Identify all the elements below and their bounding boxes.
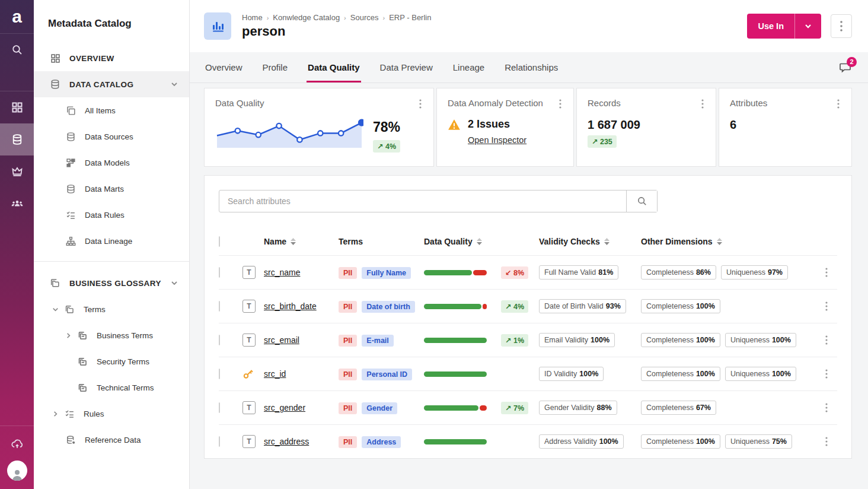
sidebar-item-rules[interactable]: Rules <box>34 401 189 427</box>
breadcrumb-knowledge-catalog[interactable]: Konwledge Catalog <box>273 13 340 22</box>
dimension-chip[interactable]: Uniqueness100% <box>725 367 796 381</box>
search-input[interactable] <box>219 190 626 212</box>
data-catalog-icon[interactable] <box>0 123 34 155</box>
attribute-link[interactable]: src_id <box>264 369 286 379</box>
row-checkbox[interactable] <box>219 402 220 413</box>
row-kebab-icon[interactable] <box>815 437 837 446</box>
pii-badge[interactable]: PII <box>339 267 357 279</box>
attribute-link[interactable]: src_address <box>264 437 309 446</box>
row-kebab-icon[interactable] <box>815 335 837 345</box>
row-kebab-icon[interactable] <box>815 268 837 277</box>
use-in-button[interactable]: Use In <box>747 14 795 39</box>
row-checkbox[interactable] <box>219 301 220 312</box>
pii-badge[interactable]: PII <box>339 436 357 448</box>
pii-badge[interactable]: PII <box>339 335 357 347</box>
column-header-other-dimensions[interactable]: Other Dimensions <box>641 237 815 246</box>
sidebar-item-terms[interactable]: Terms <box>34 296 189 322</box>
validity-check-chip[interactable]: ID Validity100% <box>539 367 604 381</box>
sidebar-item-technical-terms[interactable]: Technical Terms <box>34 374 189 401</box>
row-checkbox[interactable] <box>219 335 220 345</box>
dimension-chip[interactable]: Uniqueness100% <box>725 333 796 347</box>
card-kebab-icon[interactable] <box>836 98 841 110</box>
validity-check-chip[interactable]: Address Validity100% <box>539 434 624 449</box>
row-kebab-icon[interactable] <box>815 403 837 412</box>
term-badge[interactable]: Address <box>362 436 401 448</box>
dimension-chip[interactable]: Completeness67% <box>641 401 716 415</box>
governance-crown-icon[interactable] <box>0 155 34 188</box>
brand-logo[interactable]: a <box>0 0 34 34</box>
column-header-name[interactable]: Name <box>264 237 339 246</box>
card-kebab-icon[interactable] <box>418 98 423 110</box>
term-badge[interactable]: E-mail <box>362 335 394 347</box>
apps-grid-icon[interactable] <box>0 91 34 123</box>
comments-bubble-icon[interactable]: 2 <box>839 62 852 74</box>
attribute-link[interactable]: src_name <box>264 268 300 277</box>
card-kebab-icon[interactable] <box>700 98 705 110</box>
validity-check-chip[interactable]: Email Validity100% <box>539 333 615 347</box>
header-kebab-button[interactable] <box>831 14 852 38</box>
sidebar-item-security-terms[interactable]: Security Terms <box>34 348 189 374</box>
tab-lineage[interactable]: Lineage <box>452 52 486 82</box>
search-icon[interactable] <box>0 34 34 66</box>
open-inspector-link[interactable]: Open Inspector <box>468 135 526 145</box>
column-header-data-quality[interactable]: Data Quality <box>424 237 539 246</box>
column-header-validity-checks[interactable]: Validity Checks <box>539 237 641 246</box>
validity-check-chip[interactable]: Gender Validity88% <box>539 401 617 415</box>
column-header-terms[interactable]: Terms <box>339 237 424 246</box>
attribute-link[interactable]: src_email <box>264 335 299 345</box>
search-button[interactable] <box>626 190 657 212</box>
select-all-checkbox[interactable] <box>219 236 220 247</box>
tab-overview[interactable]: Overview <box>204 52 244 82</box>
validity-check-chip[interactable]: Date of Birth Valid93% <box>539 299 626 313</box>
tab-data-preview[interactable]: Data Preview <box>379 52 434 82</box>
breadcrumb-sources[interactable]: Sources <box>350 13 379 22</box>
tab-profile[interactable]: Profile <box>261 52 289 82</box>
dimension-chip[interactable]: Completeness100% <box>641 333 720 347</box>
validity-check-chip[interactable]: Full Name Valid81% <box>539 265 618 280</box>
sidebar-item-label: Technical Terms <box>97 383 154 392</box>
attribute-link[interactable]: src_birth_date <box>264 301 317 311</box>
sidebar-item-data-sources[interactable]: Data Sources <box>34 123 189 150</box>
dimension-chip[interactable]: Completeness100% <box>641 299 720 313</box>
sidebar-item-data-lineage[interactable]: Data Lineage <box>34 228 189 254</box>
card-kebab-icon[interactable] <box>558 98 563 110</box>
dimension-chip[interactable]: Uniqueness97% <box>721 265 788 280</box>
sidebar-item-data-models[interactable]: Data Models <box>34 150 189 176</box>
row-kebab-icon[interactable] <box>815 301 837 311</box>
user-avatar[interactable] <box>7 461 27 481</box>
sidebar-item-business-glossary[interactable]: BUSINESS GLOSSARY <box>34 270 189 296</box>
cloud-sync-icon[interactable] <box>0 432 34 456</box>
dimension-chip[interactable]: Completeness86% <box>641 265 716 280</box>
sidebar-item-data-rules[interactable]: Data Rules <box>34 202 189 228</box>
row-checkbox[interactable] <box>219 436 220 447</box>
use-in-dropdown-button[interactable] <box>795 14 821 39</box>
term-badge[interactable]: Gender <box>362 402 397 414</box>
tab-relationships[interactable]: Relationships <box>503 52 559 82</box>
dimension-chip[interactable]: Uniqueness75% <box>725 434 792 449</box>
pii-badge[interactable]: PII <box>339 402 357 414</box>
term-badge[interactable]: Personal ID <box>362 369 412 380</box>
breadcrumb-erp-berlin[interactable]: ERP - Berlin <box>389 13 431 22</box>
term-badge[interactable]: Fully Name <box>362 267 411 279</box>
chevron-right-icon[interactable] <box>52 410 61 418</box>
pii-badge[interactable]: PII <box>339 301 357 313</box>
sidebar-item-business-terms[interactable]: Business Terms <box>34 322 189 348</box>
row-checkbox[interactable] <box>219 267 220 278</box>
attribute-link[interactable]: src_gender <box>264 403 305 412</box>
sidebar-item-overview[interactable]: OVERVIEW <box>34 45 189 71</box>
tab-data-quality[interactable]: Data Quality <box>307 52 361 82</box>
sidebar-item-data-marts[interactable]: Data Marts <box>34 176 189 202</box>
row-checkbox[interactable] <box>219 369 220 379</box>
dimension-chip[interactable]: Completeness100% <box>641 434 720 449</box>
sidebar-item-data-catalog[interactable]: DATA CATALOG <box>34 71 189 97</box>
dimension-chip[interactable]: Completeness100% <box>641 367 720 381</box>
row-kebab-icon[interactable] <box>815 369 837 379</box>
chevron-right-icon[interactable] <box>65 332 74 339</box>
term-badge[interactable]: Date of birth <box>362 301 415 313</box>
breadcrumb-home[interactable]: Home <box>242 13 263 22</box>
pii-badge[interactable]: PII <box>339 369 357 380</box>
chevron-down-icon[interactable] <box>52 306 61 313</box>
sidebar-item-reference-data[interactable]: Reference Data <box>34 427 189 453</box>
users-icon[interactable] <box>0 188 34 220</box>
sidebar-item-all-items[interactable]: All Items <box>34 97 189 123</box>
